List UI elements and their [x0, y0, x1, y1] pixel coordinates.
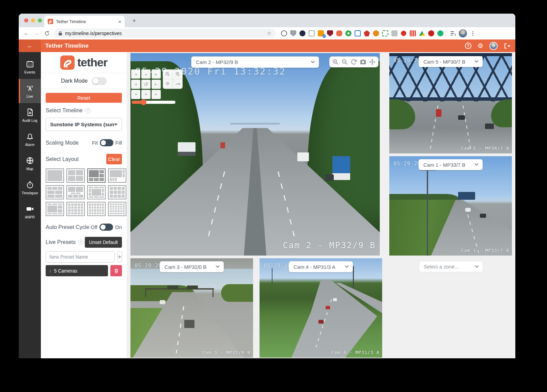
layout-option-8[interactable]: [108, 185, 126, 199]
extension-txt-icon[interactable]: [373, 30, 379, 36]
camera-select-cam4[interactable]: Cam 4 - MP31/3 A: [289, 261, 353, 272]
extension-screenshare-icon[interactable]: [355, 30, 361, 36]
clear-layout-button[interactable]: Clear: [106, 154, 122, 164]
camera-select-cam3[interactable]: Cam 3 - MP32/0 B: [160, 261, 224, 272]
browser-tab[interactable]: Tether Timeline ×: [44, 16, 125, 27]
browser-menu-icon[interactable]: [470, 31, 476, 36]
ptz-focus-icon[interactable]: [173, 79, 183, 89]
layout-option-2[interactable]: [66, 168, 85, 183]
user-avatar[interactable]: [489, 42, 498, 50]
layout-option-6[interactable]: [66, 185, 85, 199]
ptz-down-button[interactable]: ▲: [141, 90, 151, 99]
new-preset-input[interactable]: [46, 251, 115, 263]
bookmark-star-icon[interactable]: ☆: [267, 30, 271, 36]
sidebar-item-live[interactable]: Live: [19, 79, 41, 103]
layout-option-3-selected[interactable]: [87, 168, 106, 183]
layout-option-1[interactable]: [46, 168, 64, 183]
help-icon[interactable]: ?: [465, 43, 471, 49]
help-circle-icon[interactable]: ?: [85, 108, 91, 113]
extension-capture-icon[interactable]: [382, 30, 388, 36]
drag-handle-icon[interactable]: ↕: [49, 268, 51, 273]
logout-icon[interactable]: [504, 43, 511, 49]
extension-icon[interactable]: [410, 30, 416, 36]
side-nav: Events Live Audit Log Alarm Map: [19, 52, 41, 358]
sidebar-item-timelapse[interactable]: Timelapse: [19, 176, 41, 200]
ptz-up-left-button[interactable]: ▲: [131, 69, 140, 79]
collapse-panel-button[interactable]: ←: [19, 39, 41, 52]
minimize-window-button[interactable]: [31, 18, 35, 22]
refresh-icon[interactable]: [350, 59, 357, 65]
snapshot-camera-icon[interactable]: [360, 59, 366, 65]
extension-icon[interactable]: 9: [318, 30, 324, 36]
extension-cross-icon[interactable]: [401, 30, 407, 36]
reload-icon[interactable]: [43, 29, 51, 38]
sidebar-item-alarm[interactable]: Alarm: [19, 127, 41, 151]
camera-select-cam1[interactable]: Cam 1 - MP33/7 B: [419, 159, 483, 170]
ptz-zoom-in-icon[interactable]: [173, 69, 183, 79]
extension-icon[interactable]: [281, 30, 287, 36]
extension-globe-icon[interactable]: [345, 30, 351, 36]
auto-preset-toggle[interactable]: [99, 224, 113, 231]
camera-select-cam5[interactable]: Cam 5 - MP30/7 B: [419, 56, 483, 67]
sidebar-item-audit-log[interactable]: Audit Log: [19, 103, 41, 127]
sidebar-item-anpr[interactable]: ANPR: [19, 200, 41, 224]
layout-option-10[interactable]: [66, 202, 85, 216]
layout-option-9[interactable]: [46, 202, 64, 216]
stopwatch-icon: [26, 181, 34, 189]
forward-icon[interactable]: →: [32, 29, 41, 38]
extension-shield-icon[interactable]: 2: [327, 30, 333, 36]
ptz-up-right-button[interactable]: ▲: [152, 69, 161, 79]
new-tab-button[interactable]: +: [129, 16, 139, 26]
zone-select[interactable]: Select a zone...: [419, 261, 483, 272]
extension-calendar-icon[interactable]: [309, 30, 315, 36]
layout-option-5[interactable]: [46, 185, 64, 199]
close-tab-icon[interactable]: ×: [118, 19, 121, 24]
ptz-zoom-out-icon[interactable]: [163, 69, 173, 79]
extension-grammarly-icon[interactable]: [437, 30, 443, 36]
extension-shield-icon[interactable]: [290, 30, 296, 36]
reset-button[interactable]: Reset: [46, 93, 122, 103]
zoom-in-icon[interactable]: [332, 59, 339, 65]
slider-knob[interactable]: [141, 99, 146, 105]
sidebar-item-map[interactable]: Map: [19, 151, 41, 176]
layout-option-11[interactable]: [87, 202, 106, 216]
timeline-select[interactable]: Sunstone IP Systems (sunsto...: [46, 118, 122, 131]
layout-option-7[interactable]: [87, 185, 106, 199]
scaling-mode-toggle[interactable]: [100, 139, 113, 146]
ptz-brightness-icon[interactable]: [163, 79, 173, 89]
scene-sunlight-tint: [130, 258, 253, 358]
add-preset-button[interactable]: +: [117, 251, 122, 263]
back-icon[interactable]: ←: [22, 29, 31, 38]
reading-list-icon[interactable]: [449, 29, 457, 38]
ptz-down-left-button[interactable]: ▲: [131, 90, 140, 99]
close-window-button[interactable]: [24, 18, 28, 22]
ptz-up-button[interactable]: ▲: [141, 69, 151, 79]
extension-icon[interactable]: [336, 30, 342, 36]
extension-gem-icon[interactable]: [364, 30, 370, 36]
preset-item[interactable]: ↕ 5 Cameras: [46, 265, 108, 276]
help-circle-icon[interactable]: ?: [78, 240, 83, 245]
address-bar[interactable]: my.timeline.is/perspectives ☆: [54, 29, 276, 38]
move-icon[interactable]: [369, 59, 376, 65]
ptz-right-button[interactable]: ▲: [152, 80, 161, 89]
zoom-out-icon[interactable]: [341, 59, 348, 65]
dark-mode-toggle[interactable]: [92, 77, 107, 85]
extension-yab-icon[interactable]: [428, 30, 434, 36]
settings-gear-icon[interactable]: ⚙: [478, 43, 483, 49]
ptz-speed-slider[interactable]: [132, 101, 175, 104]
layout-option-4[interactable]: [108, 168, 126, 183]
brand-row: tether: [41, 52, 127, 73]
maximize-window-button[interactable]: [38, 18, 42, 22]
ptz-home-icon[interactable]: ↺: [141, 80, 151, 89]
delete-preset-button[interactable]: [110, 265, 122, 276]
extension-mountain-icon[interactable]: [419, 30, 425, 36]
camera-select-cam2[interactable]: Cam 2 - MP32/9 B: [191, 56, 319, 68]
sidebar-item-events[interactable]: Events: [19, 55, 41, 79]
extension-moon-icon[interactable]: [299, 30, 306, 36]
ptz-down-right-button[interactable]: ▲: [152, 90, 161, 99]
browser-profile-avatar[interactable]: [459, 29, 467, 37]
extension-icon[interactable]: [391, 30, 397, 36]
layout-option-12[interactable]: [108, 202, 126, 216]
unset-default-button[interactable]: Unset Default: [85, 237, 122, 248]
ptz-left-button[interactable]: ▲: [131, 80, 140, 89]
